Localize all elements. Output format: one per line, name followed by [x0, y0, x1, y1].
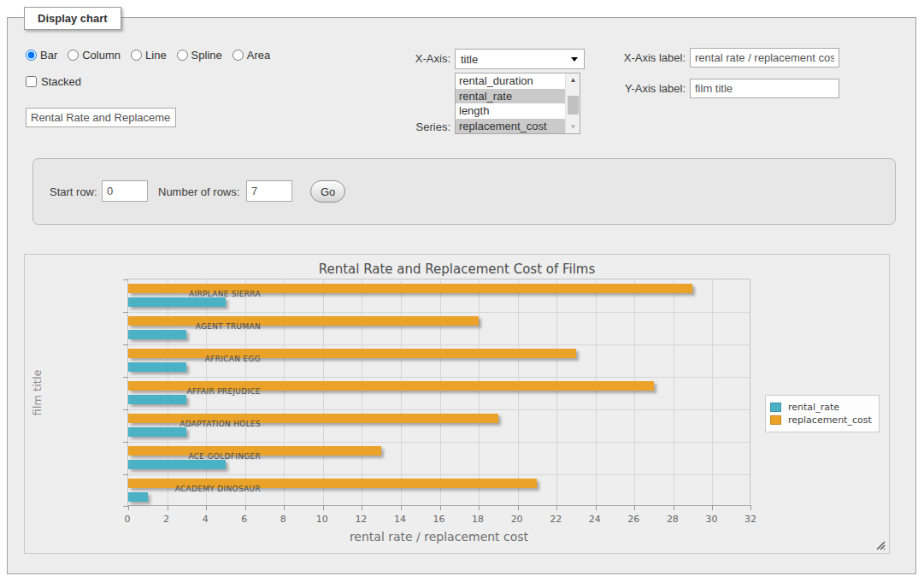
scrollbar-thumb[interactable] [568, 96, 579, 115]
category-label: ACE GOLDFINGER [124, 452, 261, 461]
vertical-gridline [556, 279, 557, 505]
x-tick-label: 16 [427, 514, 452, 525]
stacked-label: Stacked [41, 75, 81, 88]
series-select-label: Series: [409, 121, 450, 133]
series-multiselect[interactable]: rental_durationrental_ratelengthreplacem… [455, 73, 580, 134]
x-axis-tick [596, 505, 597, 510]
chart-title-input[interactable] [26, 108, 176, 127]
chart-y-axis-title: film title [31, 350, 44, 436]
series-scrollbar[interactable]: ▲ ▼ [565, 73, 580, 133]
x-axis-tick [712, 505, 713, 510]
y-axis-tick [123, 442, 128, 443]
row-range-panel: Start row: Number of rows: Go [32, 158, 896, 225]
x-axis-select[interactable]: title [455, 49, 585, 69]
y-axis-label-input[interactable] [690, 79, 839, 98]
chart-type-radio-group: BarColumnLineSplineArea [26, 49, 270, 62]
vertical-gridline [362, 279, 362, 505]
chart-container: Rental Rate and Replacement Cost of Film… [24, 254, 890, 554]
chart-type-option-line: Line [131, 49, 167, 62]
vertical-gridline [712, 279, 713, 505]
y-axis-tick [123, 312, 128, 313]
chart-type-option-area: Area [232, 49, 270, 62]
x-tick-label: 24 [582, 514, 608, 525]
horizontal-gridline [128, 344, 750, 345]
chart-type-radio-area[interactable] [232, 50, 244, 61]
resize-handle-icon[interactable] [876, 541, 886, 550]
x-tick-label: 10 [309, 514, 335, 525]
series-option-rental_duration[interactable]: rental_duration [456, 73, 565, 89]
legend-entry-replacement_cost: replacement_cost [770, 414, 872, 426]
category-label: ADAPTATION HOLES [124, 420, 261, 428]
x-axis-tick [479, 505, 480, 510]
series-option-length[interactable]: length [456, 103, 565, 119]
chart-type-radio-label: Area [247, 49, 270, 62]
rental_rate-bar [128, 297, 226, 307]
y-axis-label-caption: Y-Axis label: [609, 82, 686, 95]
vertical-gridline [401, 279, 402, 505]
scrollbar-down-icon[interactable]: ▼ [566, 121, 580, 133]
x-tick-label: 26 [621, 514, 646, 525]
legend-swatch-icon [770, 403, 781, 412]
horizontal-gridline [128, 409, 750, 410]
category-label: AIRPLANE SIERRA [124, 290, 261, 298]
legend-swatch-icon [770, 415, 781, 425]
go-button[interactable]: Go [310, 180, 345, 203]
chart-type-radio-label: Line [145, 49, 167, 62]
vertical-gridline [518, 279, 519, 505]
vertical-gridline [674, 279, 674, 505]
series-options: rental_durationrental_ratelengthreplacem… [456, 73, 565, 133]
category-label: AGENT TRUMAN [124, 322, 261, 331]
x-axis-tick [401, 505, 402, 510]
category-label: ACADEMY DINOSAUR [124, 485, 261, 493]
chart-type-radio-column[interactable] [68, 50, 79, 61]
start-row-label: Start row: [50, 185, 97, 198]
y-axis-tick [123, 377, 128, 378]
chart-type-radio-spline[interactable] [177, 50, 188, 61]
vertical-gridline [479, 279, 480, 505]
rental_rate-bar [128, 362, 186, 372]
x-axis-label-input[interactable] [690, 48, 839, 68]
chart-type-radio-bar[interactable] [26, 50, 37, 61]
x-tick-label: 6 [232, 514, 257, 525]
x-axis-tick [284, 505, 285, 510]
x-tick-label: 0 [115, 514, 140, 525]
x-tick-label: 18 [465, 514, 491, 525]
x-axis-tick [168, 505, 168, 510]
chart-x-axis-title: rental rate / replacement cost [127, 530, 750, 544]
x-axis-tick [245, 505, 246, 510]
x-axis-tick [206, 505, 207, 510]
x-axis-tick [440, 505, 441, 510]
stacked-checkbox-row: Stacked [26, 75, 81, 88]
x-tick-label: 30 [698, 514, 724, 525]
num-rows-input[interactable] [246, 180, 292, 202]
fieldset-legend: Display chart [24, 7, 121, 30]
chart-type-option-column: Column [68, 49, 121, 62]
chart-type-radio-label: Spline [191, 49, 222, 62]
start-row-input[interactable] [102, 180, 148, 202]
x-tick-label: 12 [348, 514, 374, 525]
chart-type-radio-line[interactable] [131, 50, 142, 61]
chart-legend: rental_ratereplacement_cost [765, 395, 880, 432]
stacked-checkbox[interactable] [26, 76, 37, 87]
horizontal-gridline [128, 377, 750, 378]
x-axis-tick [634, 505, 635, 510]
x-tick-label: 4 [192, 514, 218, 525]
x-tick-label: 28 [660, 514, 686, 525]
x-tick-label: 20 [504, 514, 530, 525]
rental_rate-bar [128, 395, 186, 404]
dropdown-arrow-icon [571, 57, 578, 62]
series-option-replacement_cost[interactable]: replacement_cost [456, 119, 565, 134]
chart-title: Rental Rate and Replacement Cost of Film… [25, 262, 889, 277]
x-axis-tick [556, 505, 557, 510]
vertical-gridline [596, 279, 597, 505]
x-axis-tick [362, 505, 362, 510]
rental_rate-bar [128, 330, 186, 339]
series-option-rental_rate[interactable]: rental_rate [456, 89, 565, 104]
chart-type-radio-label: Bar [40, 49, 57, 62]
vertical-gridline [440, 279, 441, 505]
scrollbar-up-icon[interactable]: ▲ [566, 73, 580, 86]
y-axis-tick [123, 344, 128, 345]
legend-label: replacement_cost [788, 414, 872, 426]
x-tick-label: 8 [270, 514, 296, 525]
x-axis-tick [323, 505, 324, 510]
